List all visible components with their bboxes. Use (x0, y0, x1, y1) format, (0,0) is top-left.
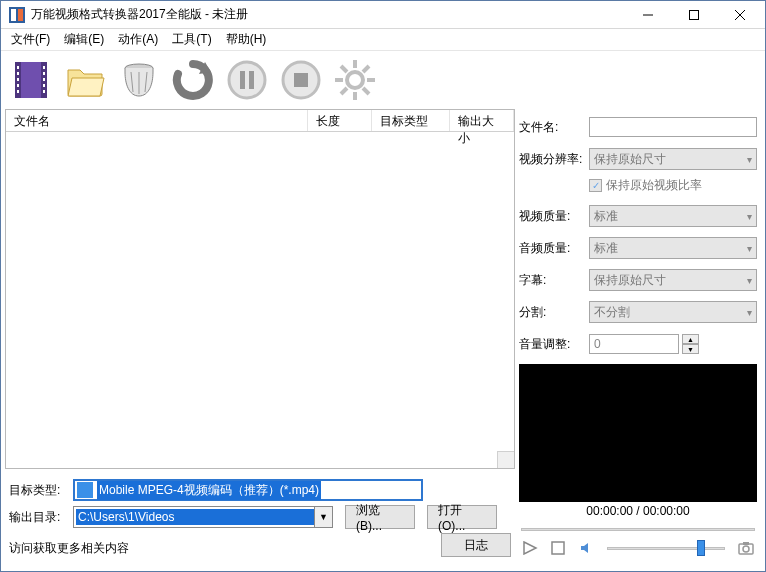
convert-button[interactable] (169, 56, 217, 104)
target-type-value: Mobile MPEG-4视频编码（推荐）(*.mp4) (97, 481, 321, 500)
svg-rect-12 (17, 78, 19, 81)
stop-button[interactable] (277, 56, 325, 104)
svg-point-40 (743, 546, 749, 552)
svg-rect-18 (43, 84, 45, 87)
svg-point-29 (347, 72, 363, 88)
col-output-size[interactable]: 输出大小 (450, 110, 514, 131)
title-bar: 万能视频格式转换器2017全能版 - 未注册 (1, 1, 765, 29)
window-title: 万能视频格式转换器2017全能版 - 未注册 (31, 6, 625, 23)
list-header: 文件名 长度 目标类型 输出大小 (6, 110, 514, 132)
menu-help[interactable]: 帮助(H) (220, 29, 273, 50)
menu-edit[interactable]: 编辑(E) (58, 29, 110, 50)
chevron-down-icon: ▾ (747, 307, 752, 318)
svg-rect-26 (249, 71, 254, 89)
log-button[interactable]: 日志 (441, 533, 511, 557)
svg-rect-38 (552, 542, 564, 554)
open-folder-button[interactable] (61, 56, 109, 104)
svg-rect-15 (43, 66, 45, 69)
chevron-down-icon: ▾ (747, 243, 752, 254)
pause-button[interactable] (223, 56, 271, 104)
filename-input[interactable] (589, 117, 757, 137)
svg-rect-16 (43, 72, 45, 75)
svg-rect-14 (17, 90, 19, 93)
chevron-down-icon: ▾ (747, 211, 752, 222)
target-type-label: 目标类型: (9, 482, 73, 499)
toolbar (1, 51, 765, 109)
svg-rect-1 (11, 9, 16, 21)
svg-rect-11 (17, 72, 19, 75)
svg-rect-4 (690, 10, 699, 19)
app-icon (9, 7, 25, 23)
volume-input[interactable] (589, 334, 679, 354)
browse-button[interactable]: 浏览(B)... (345, 505, 415, 529)
volume-label: 音量调整: (519, 336, 589, 353)
settings-button[interactable] (331, 56, 379, 104)
scrollbar-corner (497, 451, 514, 468)
col-target-type[interactable]: 目标类型 (372, 110, 450, 131)
aquality-label: 音频质量: (519, 240, 589, 257)
split-label: 分割: (519, 304, 589, 321)
preview-screen (519, 364, 757, 502)
svg-line-37 (341, 88, 347, 94)
keep-aspect-label: 保持原始视频比率 (606, 177, 702, 194)
add-file-button[interactable] (7, 56, 55, 104)
filename-label: 文件名: (519, 119, 589, 136)
vquality-select[interactable]: 标准▾ (589, 205, 757, 227)
file-list-panel: 文件名 长度 目标类型 输出大小 (5, 109, 515, 469)
resolution-label: 视频分辨率: (519, 151, 589, 168)
svg-line-34 (341, 66, 347, 72)
menu-file[interactable]: 文件(F) (5, 29, 56, 50)
open-button[interactable]: 打开(O)... (427, 505, 497, 529)
snapshot-icon[interactable] (735, 538, 757, 558)
preview-panel: 00:00:00 / 00:00:00 (519, 360, 757, 560)
minimize-button[interactable] (625, 1, 671, 29)
resolution-select[interactable]: 保持原始尺寸▾ (589, 148, 757, 170)
file-list-body[interactable] (6, 132, 514, 468)
svg-rect-41 (743, 542, 749, 545)
chevron-down-icon: ▾ (747, 275, 752, 286)
speaker-icon[interactable] (575, 538, 597, 558)
target-type-select[interactable]: Mobile MPEG-4视频编码（推荐）(*.mp4) (73, 479, 423, 501)
chevron-down-icon[interactable]: ▼ (314, 507, 332, 527)
maximize-button[interactable] (671, 1, 717, 29)
delete-button[interactable] (115, 56, 163, 104)
svg-rect-17 (43, 78, 45, 81)
volume-spin-up[interactable]: ▲ (682, 334, 699, 344)
svg-line-35 (363, 88, 369, 94)
menu-tools[interactable]: 工具(T) (166, 29, 217, 50)
col-filename[interactable]: 文件名 (6, 110, 308, 131)
format-icon (77, 482, 93, 498)
stop-icon[interactable] (547, 538, 569, 558)
svg-line-36 (363, 66, 369, 72)
close-button[interactable] (717, 1, 763, 29)
subtitle-label: 字幕: (519, 272, 589, 289)
vquality-label: 视频质量: (519, 208, 589, 225)
output-dir-label: 输出目录: (9, 509, 73, 526)
menu-action[interactable]: 动作(A) (112, 29, 164, 50)
output-dir-value: C:\Users\1\Videos (76, 509, 314, 525)
keep-aspect-checkbox[interactable]: ✓ (589, 179, 602, 192)
more-link[interactable]: 访问获取更多相关内容 (9, 540, 129, 557)
chevron-down-icon: ▾ (747, 154, 752, 165)
svg-rect-2 (18, 9, 23, 21)
svg-rect-19 (43, 90, 45, 93)
aquality-select[interactable]: 标准▾ (589, 237, 757, 259)
volume-slider[interactable] (603, 540, 729, 556)
subtitle-select[interactable]: 保持原始尺寸▾ (589, 269, 757, 291)
play-icon[interactable] (519, 538, 541, 558)
output-dir-combo[interactable]: C:\Users\1\Videos ▼ (73, 506, 333, 528)
svg-point-24 (229, 62, 265, 98)
preview-time: 00:00:00 / 00:00:00 (519, 504, 757, 518)
seek-bar[interactable] (521, 522, 755, 536)
svg-rect-13 (17, 84, 19, 87)
split-select[interactable]: 不分割▾ (589, 301, 757, 323)
svg-rect-28 (294, 73, 308, 87)
svg-rect-10 (17, 66, 19, 69)
volume-spin-down[interactable]: ▼ (682, 344, 699, 354)
menu-bar: 文件(F) 编辑(E) 动作(A) 工具(T) 帮助(H) (1, 29, 765, 51)
svg-rect-25 (240, 71, 245, 89)
col-length[interactable]: 长度 (308, 110, 372, 131)
properties-panel: 文件名: 视频分辨率: 保持原始尺寸▾ ✓ 保持原始视频比率 视频质量: 标准▾… (519, 109, 765, 469)
